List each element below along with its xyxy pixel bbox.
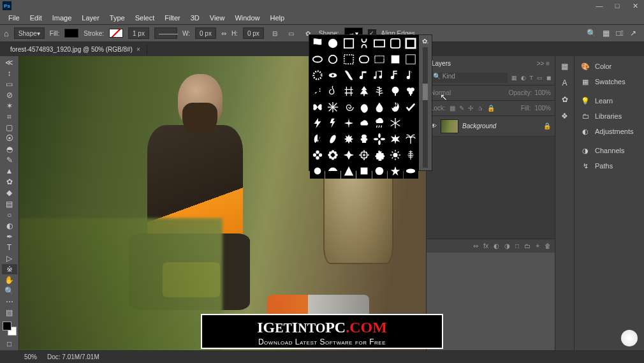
dodge-tool-icon[interactable]: ◐ bbox=[2, 221, 17, 230]
layer-name[interactable]: Background bbox=[462, 122, 539, 130]
layer-filter-kind[interactable]: 🔍 Kind bbox=[430, 73, 508, 83]
shape-moon[interactable] bbox=[404, 115, 418, 131]
shape-sparkle[interactable] bbox=[341, 115, 356, 131]
shape-music-beam[interactable] bbox=[372, 68, 387, 83]
stroke-style-select[interactable]: ——— bbox=[154, 27, 177, 39]
shape-tree-pine[interactable] bbox=[356, 84, 371, 99]
shape-flower5[interactable] bbox=[372, 147, 387, 163]
lasso-tool-icon[interactable]: ⊘ bbox=[2, 90, 17, 100]
home-icon[interactable]: ⌂ bbox=[4, 29, 9, 38]
lock-pixels-icon[interactable]: ✎ bbox=[459, 105, 464, 112]
shape-music-sixteenth[interactable] bbox=[388, 68, 402, 83]
shape-oak[interactable] bbox=[356, 131, 371, 147]
arrange-documents-icon[interactable]: □⃞ bbox=[616, 29, 624, 38]
edit-toolbar-icon[interactable]: ⋯ bbox=[2, 297, 17, 307]
shape-flower-burst[interactable] bbox=[372, 131, 387, 147]
fill-swatch[interactable] bbox=[64, 29, 78, 38]
shape-brush[interactable] bbox=[341, 68, 356, 83]
brushes-panel-icon[interactable]: ✿ bbox=[559, 93, 571, 106]
color-panel-button[interactable]: 🎨 Color bbox=[574, 59, 644, 74]
shape-burst-ring[interactable] bbox=[310, 68, 325, 83]
properties-panel-icon[interactable]: ▦ bbox=[559, 60, 571, 73]
shape-partial2[interactable] bbox=[325, 163, 340, 179]
shape-rounded-square[interactable] bbox=[388, 36, 402, 51]
shapes-gear-icon[interactable]: ✿. bbox=[422, 38, 429, 45]
shape-partial1[interactable] bbox=[310, 163, 325, 179]
search-icon[interactable]: 🔍 bbox=[587, 29, 596, 38]
filter-shape-icon[interactable]: ▭ bbox=[537, 75, 543, 81]
stroke-swatch[interactable] bbox=[109, 29, 123, 38]
shape-lightning[interactable] bbox=[310, 115, 325, 131]
share-icon[interactable]: ↗ bbox=[630, 29, 636, 38]
adjustments-panel-button[interactable]: ◐ Adjustments bbox=[574, 124, 644, 139]
menu-type[interactable]: Type bbox=[105, 13, 129, 23]
shape-circle[interactable] bbox=[325, 36, 340, 51]
filter-type-icon[interactable]: T bbox=[530, 75, 534, 81]
shape-ellipse[interactable] bbox=[310, 52, 325, 67]
shape-partial3[interactable] bbox=[341, 163, 356, 179]
shapes-scrollbar-thumb[interactable] bbox=[423, 84, 428, 100]
swatches-panel-button[interactable]: ▦ Swatches bbox=[574, 74, 644, 89]
align-shapes-icon[interactable]: ⊟ bbox=[269, 27, 281, 39]
layer-thumbnail[interactable] bbox=[441, 119, 458, 133]
shape-music-eighth[interactable] bbox=[356, 68, 371, 83]
shape-tree-round[interactable] bbox=[388, 84, 402, 99]
shape-fern[interactable] bbox=[372, 84, 387, 99]
shape-palm[interactable] bbox=[404, 131, 418, 147]
shape-leaf1[interactable] bbox=[310, 131, 325, 147]
pen-tool-icon[interactable]: ✒ bbox=[2, 232, 17, 241]
shape-flower1[interactable] bbox=[310, 147, 325, 163]
height-field[interactable]: 0 px bbox=[243, 27, 264, 39]
shape-bass-clef[interactable] bbox=[310, 84, 325, 99]
hand-tool-icon[interactable]: ✋ bbox=[2, 276, 17, 285]
opacity-value[interactable]: 100% bbox=[534, 89, 551, 96]
menu-3d[interactable]: 3D bbox=[186, 13, 204, 23]
shape-music-eighth2[interactable] bbox=[404, 68, 418, 83]
custom-shape-tool-icon[interactable]: ※ bbox=[2, 264, 17, 274]
shape-partial6[interactable] bbox=[388, 163, 402, 179]
adjustment-layer-icon[interactable]: ◑ bbox=[504, 242, 510, 249]
mask-icon[interactable]: ◐ bbox=[494, 242, 499, 249]
shape-star-burst[interactable] bbox=[388, 131, 402, 147]
delete-layer-icon[interactable]: 🗑 bbox=[545, 242, 551, 249]
foreground-background-colors[interactable] bbox=[3, 322, 17, 336]
marquee-tool-icon[interactable]: ▭ bbox=[2, 79, 17, 89]
shape-flower3[interactable] bbox=[341, 147, 356, 163]
shape-clover[interactable] bbox=[404, 84, 418, 99]
path-ops-icon[interactable]: ▭ bbox=[286, 27, 297, 39]
shape-ribbon[interactable] bbox=[356, 36, 371, 51]
shape-frame[interactable] bbox=[372, 36, 387, 51]
shape-flag[interactable] bbox=[310, 36, 325, 51]
shape-butterfly[interactable] bbox=[310, 100, 325, 115]
toolbox-collapse-icon[interactable]: ≪ bbox=[2, 57, 17, 67]
shape-snowflake[interactable] bbox=[388, 115, 402, 131]
menu-select[interactable]: Select bbox=[131, 13, 159, 23]
shape-bolt2[interactable] bbox=[325, 115, 340, 131]
learn-panel-button[interactable]: 💡 Learn bbox=[574, 93, 644, 108]
link-wh-icon[interactable]: ⇔ bbox=[221, 30, 226, 37]
crop-tool-icon[interactable]: ⌗ bbox=[2, 112, 17, 121]
frame-tool-icon[interactable]: ▢ bbox=[2, 122, 17, 132]
shape-sun[interactable] bbox=[388, 147, 402, 163]
shape-square-outline[interactable] bbox=[341, 36, 356, 51]
shape-circle2[interactable] bbox=[325, 52, 340, 67]
shape-partial7[interactable] bbox=[404, 163, 418, 179]
menu-edit[interactable]: Edit bbox=[26, 13, 47, 23]
shape-postage[interactable] bbox=[341, 52, 356, 67]
menu-help[interactable]: Help bbox=[266, 13, 289, 23]
filter-pixel-icon[interactable]: ▦ bbox=[511, 75, 517, 81]
link-layers-icon[interactable]: ⇔ bbox=[473, 242, 478, 249]
foreground-color-swatch[interactable] bbox=[3, 322, 11, 330]
shape-leaf2[interactable] bbox=[325, 131, 340, 147]
shape-square-thick[interactable] bbox=[404, 36, 418, 51]
shape-partial5[interactable] bbox=[372, 163, 387, 179]
shape-drop[interactable] bbox=[372, 100, 387, 115]
shape-filled-square[interactable] bbox=[388, 52, 402, 67]
stroke-width-field[interactable]: 1 px bbox=[128, 27, 149, 39]
quick-mask-icon[interactable]: □ bbox=[2, 339, 17, 349]
move-tool-icon[interactable]: ↕ bbox=[2, 68, 17, 78]
document-tab-close-icon[interactable]: × bbox=[136, 46, 140, 53]
zoom-tool-icon[interactable]: 🔍 bbox=[2, 286, 17, 296]
lock-all-icon[interactable]: 🔒 bbox=[487, 105, 495, 112]
paths-panel-button[interactable]: ↯ Paths bbox=[574, 158, 644, 174]
